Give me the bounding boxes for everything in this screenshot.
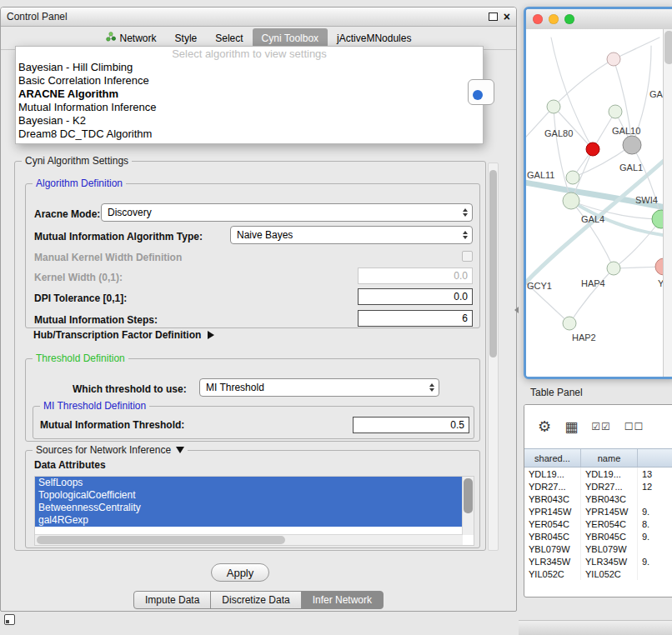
which-threshold-select[interactable]: MI Threshold [199,378,439,397]
tab-label: Style [175,32,198,44]
algorithm-popup-list: Bayesian - Hill ClimbingBasic Correlatio… [16,61,483,141]
table-row[interactable]: YDL19...YDL19...13 [524,468,672,480]
table-cell [638,542,672,555]
hub-definition-section[interactable]: Hub/Transcription Factor Definition [33,329,214,341]
dpi-tolerance-field[interactable]: 0.0 [358,288,473,305]
aracne-mode-label: Aracne Mode: [34,208,100,220]
table-header-cell[interactable]: shared... [524,449,581,467]
network-node[interactable] [623,136,641,154]
manual-kernel-checkbox[interactable] [462,251,473,262]
close-window-icon[interactable]: × [504,11,510,22]
table-cell: YLR345W [524,555,581,568]
table-row[interactable]: YBR043CYBR043C [524,492,672,505]
mi-steps-field[interactable]: 6 [358,310,473,327]
settings-scrollbar-thumb[interactable] [489,170,497,358]
source-attribute-item[interactable]: BetweennessCentrality [35,502,463,514]
table-panel-window: ⚙ ▦ ☑☑ ☐☐ shared...name YDL19...YDL19...… [524,404,672,598]
gear-icon[interactable]: ⚙ [538,418,551,436]
algorithm-popup-item[interactable]: ARACNE Algorithm [16,88,483,101]
close-traffic-light[interactable] [533,14,543,24]
table-cell: YLR345W [581,555,638,568]
table-row[interactable]: YLR345WYLR345W9. [524,555,672,568]
algorithm-popup-item[interactable]: Bayesian - K2 [16,114,483,128]
sources-group: Sources for Network Inference Data Attri… [25,450,480,548]
table-cell: 9. [638,555,672,568]
network-node[interactable] [609,105,622,118]
table-cell [638,492,672,505]
kernel-width-field[interactable]: 0.0 [358,268,473,284]
sources-title[interactable]: Sources for Network Inference [33,444,188,456]
deselect-all-icon[interactable]: ☐☐ [624,421,644,432]
table-row[interactable]: YPR145WYPR145W9. [524,505,672,518]
table-header-cell[interactable]: name [581,449,638,467]
mi-type-select[interactable]: Naive Bayes [230,226,473,244]
node-label: HAP2 [572,332,596,342]
mi-threshold-field[interactable]: 0.5 [353,417,469,433]
table-cell: 9. [638,530,672,542]
kernel-width-label: Kernel Width (0,1): [34,272,123,283]
network-node[interactable] [652,210,664,228]
tab-discretize-data[interactable]: Discretize Data [210,591,301,609]
aracne-mode-select[interactable]: Discovery [101,203,473,222]
tab-label: Network [120,32,157,44]
table-row[interactable]: YBR045CYBR045C9. [524,530,672,542]
table-header: shared...name [524,448,672,468]
tab-infer-network[interactable]: Infer Network [301,591,384,609]
combo-arrows-icon [463,208,468,217]
data-attributes-label: Data Attributes [34,459,106,471]
network-titlebar[interactable] [526,9,672,30]
algorithm-popup-item[interactable]: Basic Correlation Inference [16,74,483,88]
network-scrollbar[interactable] [663,29,672,377]
source-attribute-item[interactable]: gal4RGexp [35,514,463,527]
sources-vscroll-thumb[interactable] [464,478,473,513]
algorithm-definition-group: Algorithm Definition Aracne Mode: Discov… [25,183,480,328]
network-scrollbar-thumb[interactable] [664,31,672,64]
mi-type-value: Naive Bayes [237,229,293,241]
network-svg[interactable]: GALGAL80GAL10GAL11GAL1SWI4GAL4GCY1HAP4YH… [526,29,664,376]
network-edge [614,38,659,59]
algorithm-popup-item[interactable]: Dream8 DC_TDC Algorithm [16,128,483,141]
settings-scrollbar[interactable] [488,162,499,551]
network-node[interactable] [607,262,620,275]
network-node[interactable] [607,52,620,66]
control-panel-titlebar[interactable]: Control Panel × [1,8,516,27]
table-cell: YPR145W [524,505,581,518]
float-panel-icon[interactable] [4,614,15,625]
help-button[interactable] [468,79,494,105]
algorithm-popup-item[interactable]: Bayesian - Hill Climbing [16,61,483,74]
table-row[interactable]: YER054CYER054C8. [524,518,672,530]
table-header-cell[interactable] [638,449,672,467]
network-node[interactable] [586,142,599,156]
network-node[interactable] [547,100,560,113]
sources-hscroll-thumb[interactable] [37,536,285,544]
splitter-collapse-icon[interactable] [514,307,519,313]
network-node[interactable] [563,192,579,209]
app-root: Control Panel × NetworkStyleSelectCyni T… [0,0,672,635]
tab-impute-data[interactable]: Impute Data [133,591,211,609]
table-row[interactable]: YIL052CYIL052C [524,568,672,580]
node-label: GCY1 [527,281,552,291]
apply-button[interactable]: Apply [211,563,269,582]
algorithm-popup-item[interactable]: Mutual Information Inference [16,101,483,114]
source-attribute-item[interactable]: TopologicalCoefficient [35,489,463,502]
table-row[interactable]: YBL079WYBL079W [524,542,672,555]
network-node[interactable] [563,317,576,330]
table-cell: 9. [638,505,672,518]
float-window-icon[interactable] [489,12,498,21]
source-attribute-item[interactable]: SelfLoops [35,477,463,489]
table-row[interactable]: YDR27...YDR27...12 [524,480,672,492]
select-all-icon[interactable]: ☑☑ [591,421,611,432]
node-label: GAL [649,89,664,99]
columns-icon[interactable]: ▦ [564,418,578,436]
network-canvas[interactable]: GALGAL80GAL10GAL11GAL1SWI4GAL4GCY1HAP4YH… [526,29,664,377]
minimize-traffic-light[interactable] [549,14,559,24]
help-icon [473,90,483,100]
tab-cyni-toolbox[interactable]: Cyni Toolbox [253,28,328,48]
network-node[interactable] [566,171,579,184]
zoom-traffic-light[interactable] [564,14,574,24]
network-icon [106,32,116,44]
mi-threshold-label: Mutual Information Threshold: [40,419,184,431]
sources-title-text: Sources for Network Inference [36,444,171,456]
sources-vertical-scrollbar[interactable] [462,477,474,535]
sources-horizontal-scrollbar[interactable] [35,534,463,545]
